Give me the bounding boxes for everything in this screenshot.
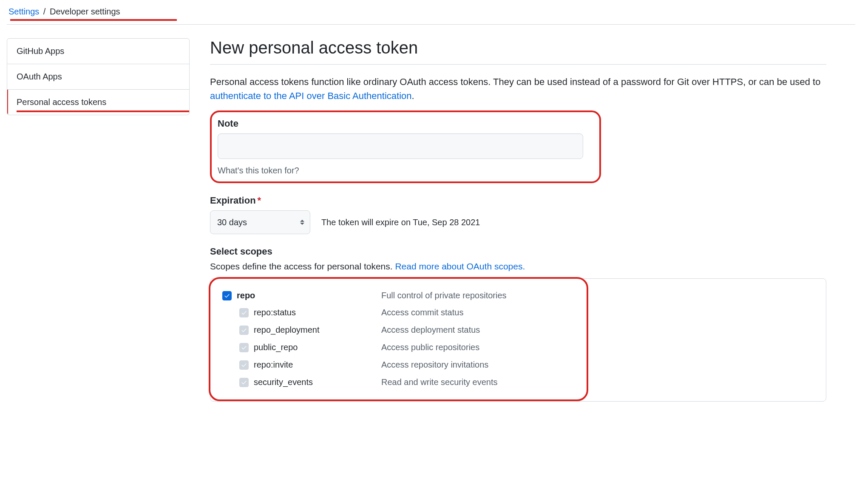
scope-desc: Read and write security events — [381, 377, 576, 387]
scope-row-public-repo: public_repo Access public repositories — [217, 339, 576, 356]
intro-link-basic-auth[interactable]: authenticate to the API over Basic Authe… — [210, 91, 412, 101]
check-icon — [241, 379, 247, 385]
sidebar-item-label: GitHub Apps — [17, 46, 64, 56]
scopes-intro-text: Scopes define the access for personal to… — [210, 261, 395, 271]
scope-checkbox-repo-status[interactable] — [239, 308, 249, 317]
annotation-box-scopes: repo Full control of private repositorie… — [209, 277, 588, 401]
scope-row-security-events: security_events Read and write security … — [217, 374, 576, 391]
scopes-heading: Select scopes — [210, 246, 826, 257]
check-icon — [224, 293, 230, 299]
scope-desc: Access public repositories — [381, 343, 576, 352]
scope-desc: Access deployment status — [381, 325, 576, 335]
intro-text: Personal access tokens function like ord… — [210, 76, 820, 87]
breadcrumb-separator: / — [43, 7, 46, 16]
scope-checkbox-repo-invite[interactable] — [239, 360, 249, 370]
scope-name: repo:invite — [254, 360, 381, 370]
breadcrumb: Settings / Developer settings — [7, 0, 855, 25]
annotation-underline — [17, 110, 189, 112]
scopes-box: repo Full control of private repositorie… — [210, 278, 826, 402]
scope-name: repo_deployment — [254, 325, 381, 335]
expiration-message: The token will expire on Tue, Sep 28 202… — [321, 218, 480, 227]
sidebar-item-oauth-apps[interactable]: OAuth Apps — [7, 64, 189, 90]
check-icon — [241, 310, 247, 316]
breadcrumb-root-link[interactable]: Settings — [9, 7, 39, 16]
scope-name: repo — [237, 291, 381, 300]
sidebar-menu: GitHub Apps OAuth Apps Personal access t… — [7, 38, 190, 115]
scope-row-repo-status: repo:status Access commit status — [217, 304, 576, 321]
note-label: Note — [218, 118, 593, 129]
scope-desc: Access commit status — [381, 308, 576, 317]
scope-checkbox-security-events[interactable] — [239, 378, 249, 387]
scope-checkbox-repo-deployment[interactable] — [239, 326, 249, 335]
breadcrumb-current: Developer settings — [50, 7, 120, 16]
intro-text-after: . — [412, 91, 414, 101]
scope-desc: Access repository invitations — [381, 360, 576, 370]
scope-desc: Full control of private repositories — [381, 291, 576, 300]
scope-name: repo:status — [254, 308, 381, 317]
sidebar: GitHub Apps OAuth Apps Personal access t… — [7, 38, 190, 413]
note-input[interactable] — [218, 133, 583, 159]
sidebar-item-label: Personal access tokens — [17, 97, 106, 107]
expiration-label: Expiration* — [210, 195, 826, 206]
page-title: New personal access token — [210, 38, 826, 65]
check-icon — [241, 362, 247, 368]
main-content: New personal access token Personal acces… — [210, 38, 826, 413]
scopes-intro: Scopes define the access for personal to… — [210, 261, 826, 272]
required-indicator: * — [258, 195, 261, 206]
annotation-box-note: Note What's this token for? — [210, 110, 601, 183]
page-intro: Personal access tokens function like ord… — [210, 75, 826, 103]
check-icon — [241, 345, 247, 351]
scope-row-repo-invite: repo:invite Access repository invitation… — [217, 356, 576, 374]
sidebar-item-label: OAuth Apps — [17, 72, 62, 81]
sidebar-item-personal-access-tokens[interactable]: Personal access tokens — [7, 90, 189, 115]
check-icon — [241, 327, 247, 333]
scopes-link-read-more[interactable]: Read more about OAuth scopes. — [395, 261, 525, 271]
expiration-label-text: Expiration — [210, 195, 256, 206]
scope-checkbox-repo[interactable] — [222, 291, 232, 300]
scope-row-repo: repo Full control of private repositorie… — [217, 287, 576, 304]
scope-name: security_events — [254, 377, 381, 387]
note-help-text: What's this token for? — [218, 166, 593, 176]
scope-checkbox-public-repo[interactable] — [239, 343, 249, 352]
scope-row-repo-deployment: repo_deployment Access deployment status — [217, 321, 576, 339]
expiration-select[interactable]: 30 days — [210, 210, 310, 234]
annotation-underline — [10, 19, 177, 21]
sidebar-item-github-apps[interactable]: GitHub Apps — [7, 39, 189, 64]
scope-name: public_repo — [254, 343, 381, 352]
